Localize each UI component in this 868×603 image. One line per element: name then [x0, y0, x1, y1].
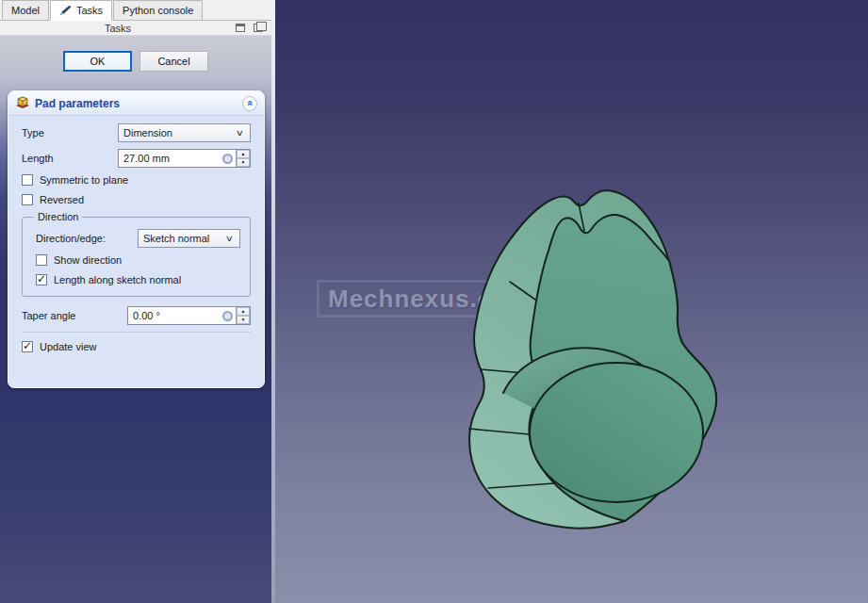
tab-model[interactable]: Model	[2, 0, 49, 20]
direction-group-label: Direction	[34, 211, 82, 222]
chevron-up-icon: «	[245, 100, 255, 106]
length-label: Length	[22, 153, 118, 164]
taper-input[interactable]: 0.00 ° ▲ ▼	[127, 306, 251, 325]
type-label: Type	[22, 127, 118, 139]
pad-parameters-box: Pad parameters « Type Dimension ∨ Length	[8, 90, 265, 388]
expression-editor-icon[interactable]	[222, 311, 233, 321]
tab-tasks[interactable]: Tasks	[50, 0, 112, 21]
pad-parameters-header[interactable]: Pad parameters «	[8, 91, 264, 116]
pad-icon	[15, 96, 30, 111]
ok-button[interactable]: OK	[63, 51, 132, 72]
tab-tasks-label: Tasks	[76, 5, 103, 16]
direction-edge-select[interactable]: Sketch normal ∨	[138, 229, 240, 248]
tab-python-console-label: Python console	[123, 5, 193, 16]
show-direction-checkbox[interactable]	[36, 254, 47, 266]
panel-title: Tasks	[0, 23, 236, 34]
boss-front-face	[530, 363, 703, 502]
reversed-checkbox[interactable]	[22, 194, 33, 205]
pad-parameters-title: Pad parameters	[35, 97, 237, 110]
spin-up-icon[interactable]: ▲	[237, 150, 250, 158]
spin-down-icon[interactable]: ▼	[237, 316, 250, 324]
tab-python-console[interactable]: Python console	[113, 0, 203, 20]
taper-spinner: ▲ ▼	[236, 307, 250, 324]
show-direction-label: Show direction	[54, 254, 122, 266]
collapse-button[interactable]: «	[242, 96, 257, 111]
panel-titlebar: Tasks	[0, 21, 271, 36]
direction-group: Direction Direction/edge: Sketch normal …	[22, 217, 251, 297]
update-view-label: Update view	[40, 341, 97, 352]
3d-viewport[interactable]: Mechnexus.com	[275, 0, 868, 603]
type-select[interactable]: Dimension ∨	[118, 123, 251, 142]
3d-model-pad[interactable]	[275, 0, 868, 603]
cancel-button[interactable]: Cancel	[139, 51, 208, 72]
length-along-checkbox[interactable]	[36, 274, 47, 285]
expression-editor-icon[interactable]	[222, 154, 233, 164]
symmetric-label: Symmetric to plane	[40, 174, 128, 186]
task-area: OK Cancel Pad parameters «	[0, 36, 271, 603]
length-along-label: Length along sketch normal	[54, 274, 181, 285]
update-view-checkbox[interactable]	[22, 341, 33, 352]
chevron-down-icon: ∨	[236, 128, 244, 138]
dialog-buttons: OK Cancel	[0, 51, 271, 72]
symmetric-checkbox[interactable]	[22, 174, 33, 186]
length-value: 27.00 mm	[119, 150, 222, 167]
reversed-label: Reversed	[40, 194, 84, 205]
chevron-down-icon: ∨	[225, 234, 234, 243]
length-spinner: ▲ ▼	[236, 150, 250, 167]
spin-up-icon[interactable]: ▲	[237, 307, 250, 316]
task-panel: Model Tasks Python console Tasks	[0, 0, 271, 603]
dock-panel-icon[interactable]	[254, 24, 263, 32]
taper-label: Taper angle	[22, 310, 127, 321]
length-input[interactable]: 27.00 mm ▲ ▼	[118, 149, 251, 168]
pen-icon	[59, 5, 73, 16]
freecad-window: Model Tasks Python console Tasks	[0, 0, 868, 603]
taper-value: 0.00 °	[128, 307, 222, 324]
tab-model-label: Model	[11, 5, 40, 16]
type-value: Dimension	[123, 127, 237, 139]
pad-parameters-body: Type Dimension ∨ Length 27.00 mm ▲	[8, 116, 264, 352]
separator	[22, 332, 251, 333]
panel-tabbar: Model Tasks Python console	[0, 0, 271, 21]
direction-edge-label: Direction/edge:	[36, 233, 138, 244]
direction-edge-value: Sketch normal	[143, 233, 226, 244]
spin-down-icon[interactable]: ▼	[237, 158, 250, 167]
float-panel-icon[interactable]	[236, 24, 245, 32]
